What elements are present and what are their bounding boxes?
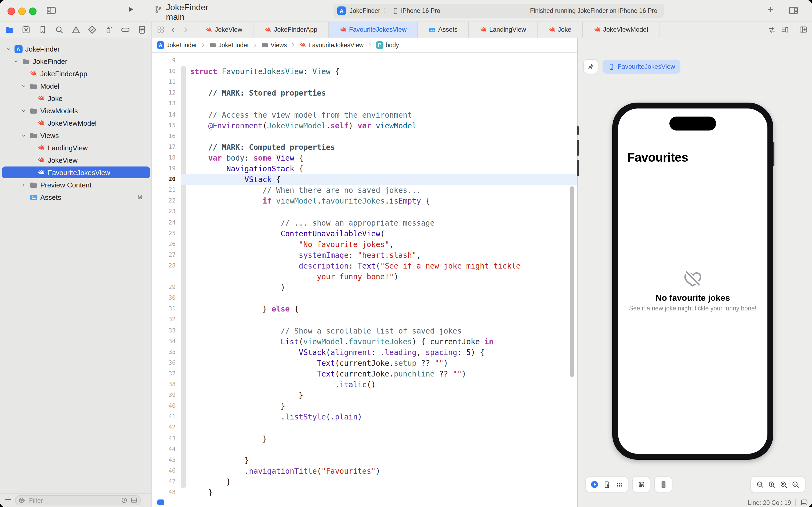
selectable-preview-button[interactable] (603, 481, 611, 489)
chevron-down-icon[interactable] (21, 108, 26, 113)
tab-Assets[interactable]: Assets (418, 21, 469, 38)
report-navigator-icon[interactable] (137, 25, 147, 34)
tab-JokeView[interactable]: JokeView (194, 21, 253, 38)
code-line-14[interactable]: 14 // Access the view model from the env… (152, 109, 577, 120)
sidebar-item-Preview-Content[interactable]: Preview Content (2, 179, 150, 191)
code-line-10[interactable]: 10struct FavouriteJokesView: View { (152, 66, 577, 77)
chevron-down-icon[interactable] (6, 46, 11, 52)
tab-Joke[interactable]: Joke (537, 21, 583, 38)
code-line-22[interactable]: 22 if viewModel.favouriteJokes.isEmpty { (152, 196, 577, 207)
folder-navigator-icon[interactable] (5, 25, 14, 34)
sidebar-item-FavouriteJokesView[interactable]: FavouriteJokesView (2, 167, 150, 178)
sidebar-item-Assets[interactable]: AssetsM (2, 191, 150, 203)
code-line-37[interactable]: 37 Text(currentJoke.punchline ?? "") (152, 369, 577, 379)
code-line-40[interactable]: 40 } (152, 401, 577, 411)
forward-icon[interactable] (182, 26, 189, 33)
tab-LandingView[interactable]: LandingView (469, 21, 537, 38)
zoom-fit-icon[interactable] (780, 481, 788, 489)
code-line-36[interactable]: 36 Text(currentJoke.setup ?? "") (152, 358, 577, 369)
code-line-11[interactable]: 11 (152, 77, 577, 88)
breadcrumb-Views[interactable]: Views (262, 41, 287, 48)
code-line-27[interactable]: 27 systemImage: "heart.slash", (152, 250, 577, 261)
code-line-41[interactable]: 41 .listStyle(.plain) (152, 412, 577, 422)
pin-preview-button[interactable] (584, 60, 598, 73)
run-button[interactable] (127, 6, 134, 13)
zoom-window-button[interactable] (29, 7, 37, 15)
chevron-down-icon[interactable] (21, 83, 26, 89)
code-line-42[interactable]: 42 (152, 422, 577, 433)
code-line-35[interactable]: 35 VStack(alignment: .leading, spacing: … (152, 347, 577, 357)
sidebar-item-JokeFinder[interactable]: JokeFinder (2, 55, 150, 67)
breadcrumb-JokeFinder[interactable]: JokeFinder (210, 41, 249, 48)
code-line-39[interactable]: 39 } (152, 390, 577, 401)
search-navigator-icon[interactable] (55, 25, 64, 34)
code-line-30[interactable]: 30 (152, 293, 577, 303)
preview-target-chip[interactable]: FavouriteJokesView (602, 60, 681, 73)
code-line-29[interactable]: 29 ) (152, 282, 577, 293)
scheme-device[interactable]: iPhone 16 Pro (401, 7, 441, 14)
chevron-right-icon[interactable] (21, 182, 26, 187)
code-line-28[interactable]: 28 description: Text("See if a new joke … (152, 261, 577, 271)
chevron-down-icon[interactable] (13, 59, 19, 64)
add-tab-icon[interactable] (767, 6, 774, 13)
warning-navigator-icon[interactable] (71, 25, 80, 34)
code-line-43[interactable]: 43 } (152, 433, 577, 444)
sidebar-item-LandingView[interactable]: LandingView (2, 142, 150, 154)
code-line-34[interactable]: 34 List(viewModel.favouriteJokes) { curr… (152, 336, 577, 347)
code-line-wrap[interactable]: your funny bone!") (152, 271, 577, 282)
tab-FavouriteJokesView[interactable]: FavouriteJokesView (329, 21, 418, 38)
jump-bar[interactable]: AJokeFinderJokeFinderViewsFavouriteJokes… (152, 38, 577, 53)
breadcrumb-FavouriteJokesView[interactable]: FavouriteJokesView (299, 41, 363, 48)
code-line-44[interactable]: 44 (152, 444, 577, 455)
code-line-24[interactable]: 24 // ... show an appropriate message (152, 217, 577, 228)
source-control-filter-icon[interactable] (130, 497, 137, 504)
sidebar-item-Joke[interactable]: Joke (2, 92, 150, 104)
minimize-window-button[interactable] (18, 7, 26, 15)
swap-editor-icon[interactable] (768, 25, 776, 34)
code-line-32[interactable]: 32 (152, 315, 577, 325)
editor-scrollbar[interactable] (570, 186, 574, 377)
code-line-25[interactable]: 25 ContentUnavailableView( (152, 228, 577, 239)
code-line-31[interactable]: 31 } else { (152, 304, 577, 315)
code-line-46[interactable]: 46 .navigationTitle("Favourites") (152, 466, 577, 476)
close-window-button[interactable] (7, 7, 15, 15)
breadcrumb-body[interactable]: Pbody (376, 41, 399, 49)
code-line-47[interactable]: 47 } (152, 476, 577, 487)
code-line-21[interactable]: 21 // When there are no saved jokes... (152, 185, 577, 195)
device-picker-icon[interactable] (659, 481, 667, 489)
live-preview-button[interactable] (590, 480, 599, 489)
code-line-9[interactable]: 9 (152, 55, 577, 66)
tag-navigator-icon[interactable] (121, 25, 130, 34)
tab-JokeFinderApp[interactable]: JokeFinderApp (253, 21, 329, 38)
zoom-out-icon[interactable] (756, 481, 764, 489)
square-x-navigator-icon[interactable] (21, 25, 31, 34)
chevron-down-icon[interactable] (21, 133, 26, 138)
code-line-18[interactable]: 18 var body: some View { (152, 153, 577, 163)
code-line-16[interactable]: 16 (152, 131, 577, 142)
zoom-100-icon[interactable] (768, 481, 776, 489)
sidebar-item-JokeFinder[interactable]: AJokeFinder (2, 43, 150, 55)
spray-navigator-icon[interactable] (105, 25, 114, 34)
code-area[interactable]: 910struct FavouriteJokesView: View {1112… (152, 52, 577, 497)
code-line-38[interactable]: 38 .italic() (152, 379, 577, 390)
back-icon[interactable] (170, 26, 177, 33)
related-items-icon[interactable] (157, 26, 164, 33)
filter-input[interactable]: Filter (15, 495, 141, 505)
code-line-17[interactable]: 17 // MARK: Computed properties (152, 142, 577, 153)
variants-button[interactable] (616, 481, 624, 489)
code-line-15[interactable]: 15 @Environment(JokeViewModel.self) var … (152, 120, 577, 131)
recent-files-icon[interactable] (121, 497, 128, 504)
bookmark-navigator-icon[interactable] (38, 25, 47, 34)
sidebar-item-Views[interactable]: Views (2, 129, 150, 141)
code-line-26[interactable]: 26 "No favourite jokes", (152, 239, 577, 249)
sidebar-item-JokeViewModel[interactable]: JokeViewModel (2, 117, 150, 129)
sidebar-item-JokeFinderApp[interactable]: JokeFinderApp (2, 68, 150, 79)
diamond-navigator-icon[interactable] (88, 25, 97, 34)
device-settings-icon[interactable] (637, 481, 645, 489)
sidebar-item-ViewModels[interactable]: ViewModels (2, 105, 150, 117)
code-line-20[interactable]: 20 VStack { (152, 174, 577, 185)
code-line-23[interactable]: 23 (152, 207, 577, 217)
iphone-screen[interactable]: Favourites No favourite jokes See if a n… (618, 109, 767, 454)
editor-layout-icon[interactable] (781, 25, 789, 34)
inspector-toggle-icon[interactable] (789, 5, 799, 15)
